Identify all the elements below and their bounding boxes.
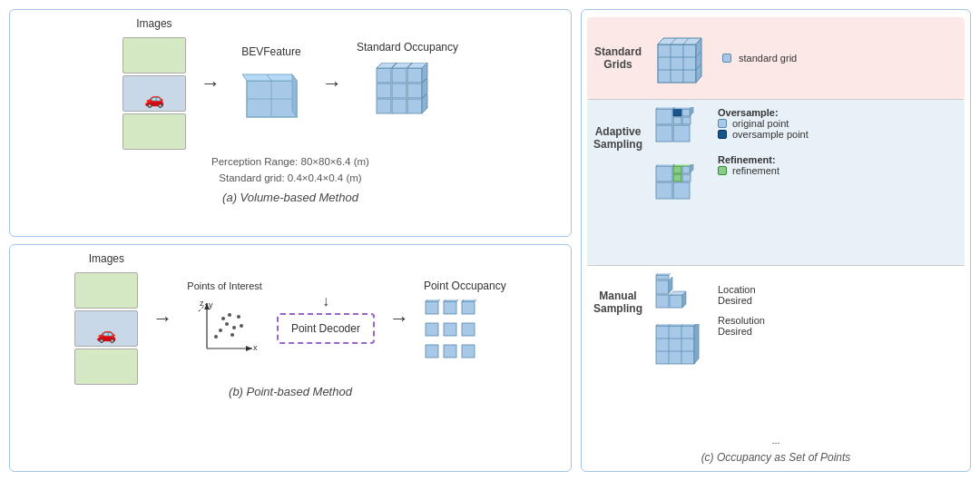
svg-marker-80 [690,164,693,173]
svg-point-32 [221,317,225,320]
svg-rect-67 [682,117,691,124]
volume-caption: (a) Volume-based Method [222,191,358,204]
svg-rect-75 [673,174,681,182]
svg-rect-10 [392,83,407,98]
svg-rect-6 [377,99,391,113]
svg-rect-50 [658,44,696,83]
svg-point-36 [214,335,218,339]
point-row: Images 🚗 → Points of Interest [21,252,560,385]
arrow-1: → [201,72,220,95]
svg-point-33 [237,315,240,319]
refinement-label: refinement [732,165,779,176]
standard-occupancy-svg [373,63,441,126]
svg-rect-41 [426,323,438,336]
svg-marker-48 [444,299,460,301]
svg-rect-81 [656,295,669,308]
svg-rect-77 [682,174,691,182]
svg-rect-42 [444,323,456,336]
svg-marker-68 [656,107,676,109]
svg-rect-40 [462,301,475,314]
svg-rect-11 [407,83,422,98]
svg-rect-38 [426,301,438,314]
svg-marker-70 [690,107,693,116]
svg-marker-58 [696,38,701,83]
adaptive-desc: Oversample: original point oversample po… [718,107,961,176]
resolution-desired: Resolution Desired [718,315,961,337]
images-stack-b: 🚗 [74,272,138,385]
adaptive-cubes [654,107,709,214]
svg-point-35 [240,324,243,328]
right-panel: Standard Grids standard grid [581,9,971,472]
svg-text:y: y [209,300,213,309]
svg-rect-7 [392,99,407,113]
svg-rect-84 [656,275,669,280]
manual-desc: Location Desired Resolution Desired [718,284,961,337]
oversample-point-legend: oversample point [718,129,961,140]
svg-rect-63 [656,109,672,124]
standard-occupancy-label: Standard Occupancy [357,41,458,54]
original-label: original point [732,118,789,129]
right-caption: (c) Occupancy as Set of Points [587,451,965,464]
standard-grids-row: Standard Grids standard grid [587,17,965,99]
standard-grid-dot [722,54,731,63]
svg-rect-82 [670,295,682,308]
oversample-label: oversample point [732,129,808,140]
svg-rect-39 [444,301,456,314]
svg-rect-64 [673,109,681,116]
bev-feature-svg [235,67,308,122]
ellipsis: ... [771,435,779,446]
svg-marker-5 [292,74,297,117]
images-label-b: Images [89,252,124,265]
arrow-b1: → [152,307,172,330]
svg-rect-9 [377,83,391,98]
poi-label: Points of Interest [187,280,262,291]
adaptive-label: Adaptive Sampling [591,125,645,151]
svg-point-37 [230,333,234,337]
svg-rect-76 [682,166,691,173]
svg-point-34 [228,313,231,317]
manual-resolution-svg [654,324,709,369]
svg-rect-46 [462,345,475,358]
images-stack: 🚗 [122,37,186,150]
svg-rect-65 [673,117,681,124]
svg-marker-97 [694,324,699,364]
svg-point-31 [232,326,236,329]
svg-marker-85 [656,273,672,275]
manual-label: Manual Sampling [591,290,645,315]
car-icon-b: 🚗 [96,324,116,344]
svg-rect-44 [426,345,438,358]
svg-rect-71 [656,182,672,199]
manual-location-svg [654,273,709,319]
standard-grid-desc: standard grid [739,53,797,64]
svg-rect-73 [656,166,672,182]
svg-rect-62 [673,125,690,142]
left-panel: Images 🚗 → BEVFeature [9,9,572,472]
svg-marker-47 [426,299,442,301]
image-mid: 🚗 [122,75,186,112]
svg-marker-55 [658,38,701,44]
ellipsis-area: ... [587,431,965,447]
image-top [122,37,186,74]
point-decoder-box: Point Decoder [277,313,375,344]
svg-rect-13 [392,68,407,83]
oversample-dot [718,130,727,139]
svg-rect-45 [444,345,456,358]
arrow-b3: → [389,307,409,330]
svg-marker-49 [462,299,478,301]
perception-info: Perception Range: 80×80×6.4 (m) Standard… [211,153,369,187]
volume-row: Images 🚗 → BEVFeature [21,17,560,150]
refinement-desc: Refinement: refinement [718,154,961,176]
adaptive-sampling-row: Adaptive Sampling [587,100,965,265]
point-based-section: Images 🚗 → Points of Interest [9,244,572,472]
svg-rect-72 [673,182,690,199]
point-occ-svg [424,299,505,358]
manual-cubes [654,273,709,369]
adaptive-refinement-svg [654,164,709,214]
image-bot [122,113,186,150]
original-dot [718,119,727,128]
main-container: Images 🚗 → BEVFeature [0,0,980,481]
arrow-b2: ↓ [322,293,329,309]
bev-label: BEVFeature [241,45,300,58]
car-icon: 🚗 [144,89,164,109]
svg-text:z: z [200,299,204,308]
